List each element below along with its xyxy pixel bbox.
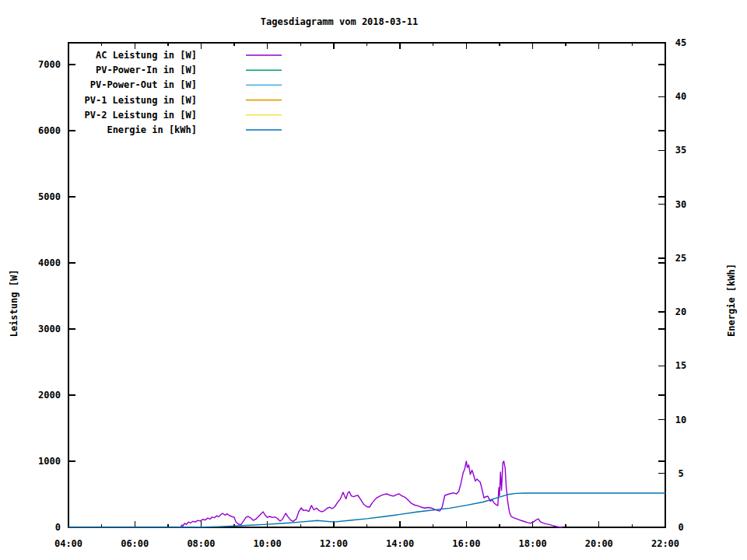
- y2-tick-label: 25: [675, 253, 686, 264]
- y2-tick-label: 5: [678, 468, 683, 479]
- y2-tick-label: 40: [675, 91, 686, 102]
- legend-label: PV-2 Leistung in [W]: [85, 110, 198, 121]
- x-tick-label: 08:00: [187, 538, 215, 549]
- legend-label: Energie in [kWh]: [107, 124, 197, 135]
- y-axis-title-leistung: Leistung [W]: [9, 270, 19, 338]
- x-tick-label: 12:00: [320, 538, 348, 549]
- series-line-energie-in-kwh-: [68, 493, 665, 527]
- y2-tick-label: 35: [675, 145, 686, 156]
- y1-tick-label: 4000: [38, 257, 61, 268]
- legend-label: AC Leistung in [W]: [96, 50, 197, 61]
- y1-tick-label: 2000: [38, 390, 61, 401]
- x-tick-label: 22:00: [651, 538, 679, 549]
- chart-title: Tagesdiagramm vom 2018-03-11: [261, 16, 418, 27]
- y1-tick-label: 3000: [38, 324, 61, 334]
- y1-tick-label: 1000: [38, 456, 61, 467]
- x-tick-label: 18:00: [518, 538, 546, 549]
- daily-pv-chart: Tagesdiagramm vom 2018-03-11 Leistung [W…: [0, 0, 747, 560]
- chart-canvas: Tagesdiagramm vom 2018-03-11 Leistung [W…: [0, 0, 747, 560]
- x-tick-label: 06:00: [121, 538, 149, 549]
- y1-tick-label: 6000: [38, 125, 61, 136]
- y2-tick-label: 0: [678, 522, 683, 533]
- x-tick-label: 20:00: [585, 538, 613, 549]
- y1-tick-label: 0: [55, 522, 61, 533]
- y2-tick-label: 10: [675, 415, 686, 425]
- series-layer: [68, 461, 665, 527]
- y2-tick-label: 45: [675, 37, 686, 48]
- y2-tick-label: 30: [675, 199, 686, 210]
- legend-label: PV-Power-Out in [W]: [90, 79, 197, 90]
- legend-label: PV-1 Leistung in [W]: [85, 95, 198, 106]
- y1-tick-label: 5000: [38, 191, 61, 202]
- x-tick-label: 16:00: [452, 538, 480, 549]
- legend-label: PV-Power-In in [W]: [96, 65, 197, 75]
- y2-axis-title-energie: Energie [kWh]: [726, 264, 737, 337]
- series-line-ac-leistung-in-w-: [181, 461, 562, 527]
- legend: AC Leistung in [W]PV-Power-In in [W]PV-P…: [85, 50, 282, 135]
- x-tick-label: 14:00: [386, 538, 414, 549]
- x-tick-label: 04:00: [54, 538, 82, 549]
- y2-tick-label: 15: [675, 360, 686, 371]
- y2-tick-label: 20: [675, 306, 686, 317]
- x-tick-label: 10:00: [254, 538, 282, 549]
- y1-tick-label: 7000: [38, 59, 61, 70]
